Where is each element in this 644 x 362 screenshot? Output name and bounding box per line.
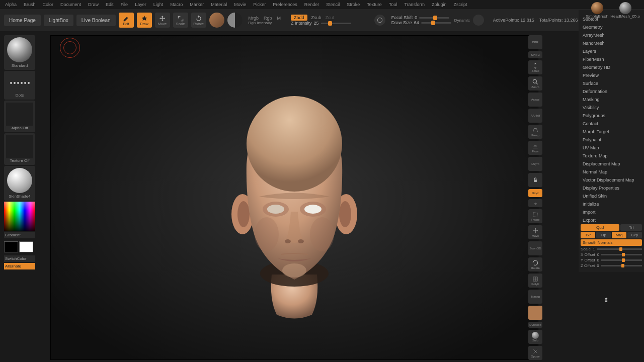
menu-item[interactable]: Render xyxy=(304,2,319,7)
polyf-button[interactable]: PolyF xyxy=(528,274,542,288)
focal-icon[interactable] xyxy=(374,15,385,26)
menu-item[interactable]: Macro xyxy=(170,2,183,7)
lock-button[interactable] xyxy=(528,173,542,187)
rotate-button[interactable]: Rotate xyxy=(528,257,542,272)
menu-item[interactable]: Brush xyxy=(24,2,36,7)
material-selector[interactable]: SkinShade4 xyxy=(4,166,35,201)
move-mode-button[interactable]: Move xyxy=(155,13,170,28)
acc-fibermesh[interactable]: FiberMesh xyxy=(581,55,642,63)
export-scale[interactable]: Scale 1 xyxy=(581,247,642,251)
export-mrg[interactable]: Mrg xyxy=(612,232,626,238)
acc-import[interactable]: Import xyxy=(581,208,642,216)
acc-displacementmap[interactable]: Displacement Map xyxy=(581,160,642,168)
home-button[interactable]: Home Page xyxy=(4,15,41,26)
menu-item[interactable]: Alpha xyxy=(5,2,17,7)
export-zoffset[interactable]: Z Offset 0 xyxy=(581,263,642,268)
menu-item[interactable]: Light xyxy=(153,2,164,7)
menu-item[interactable]: Marker xyxy=(190,2,204,7)
menu-item[interactable]: Picker xyxy=(253,2,266,7)
export-tri[interactable]: Tri xyxy=(620,224,642,231)
xpose-button[interactable]: Xpose xyxy=(528,346,542,360)
frame-button[interactable]: Frame xyxy=(528,209,542,223)
zcut-toggle[interactable]: Zcut xyxy=(326,15,335,20)
rotate-mode-button[interactable]: Rotate xyxy=(191,13,206,28)
zoom3d-button[interactable]: Zoom3D xyxy=(528,241,542,255)
aahalf-button[interactable]: AAHalf xyxy=(528,109,542,123)
lightbox-button[interactable]: LightBox xyxy=(44,15,73,26)
gradient-label[interactable]: Gradient xyxy=(4,232,35,238)
menu-item[interactable]: Stencil xyxy=(326,2,340,7)
acc-visibility[interactable]: Visibility xyxy=(581,104,642,112)
alternate-button[interactable]: Alternate xyxy=(4,263,35,269)
solo-button[interactable]: Solo xyxy=(528,330,542,344)
menu-item[interactable]: Preferences xyxy=(273,2,297,7)
zadd-toggle[interactable]: Zadd xyxy=(291,15,307,21)
focal-shift-slider[interactable]: Focal Shift 0 xyxy=(391,15,451,20)
menu-item[interactable]: Layer xyxy=(135,2,146,7)
acc-geometryhd[interactable]: Geometry HD xyxy=(581,63,642,71)
acc-polypaint[interactable]: Polypaint xyxy=(581,136,642,144)
dynamic-icon[interactable] xyxy=(473,15,484,26)
menu-item[interactable]: File xyxy=(121,2,128,7)
swatch-black[interactable] xyxy=(4,241,18,252)
acc-vdmap[interactable]: Vector Displacement Map xyxy=(581,176,642,184)
draw-mode-button[interactable]: Draw xyxy=(137,13,152,28)
acc-layers[interactable]: Layers xyxy=(581,47,642,55)
move-button[interactable]: Move xyxy=(528,225,542,239)
acc-polygroups[interactable]: Polygroups xyxy=(581,112,642,120)
texture-selector[interactable]: Texture Off xyxy=(4,133,35,165)
menu-item[interactable]: Material xyxy=(211,2,227,7)
bpr-button[interactable]: BPR xyxy=(528,35,542,49)
menu-item[interactable]: Stroke xyxy=(347,2,360,7)
lsym-button[interactable]: LSym xyxy=(528,157,542,171)
spix-button[interactable]: SPix 3 xyxy=(528,51,542,58)
menu-item[interactable]: Movie xyxy=(234,2,246,7)
acc-export[interactable]: Export xyxy=(581,216,642,224)
acc-arraymesh[interactable]: ArrayMesh xyxy=(581,31,642,39)
scale-mode-button[interactable]: Scale xyxy=(173,13,188,28)
acc-unifiedskin[interactable]: Unified Skin xyxy=(581,192,642,200)
menu-item[interactable]: Transform xyxy=(404,2,425,7)
actual-button[interactable]: Actual xyxy=(528,93,542,107)
menu-item[interactable]: Zscript xyxy=(454,2,467,7)
color-picker[interactable] xyxy=(4,202,35,231)
transp-button[interactable]: Transp xyxy=(528,290,542,304)
tool-headmesh[interactable]: HeadMesh_05.o xyxy=(610,2,640,19)
floor-button[interactable]: Floor xyxy=(528,141,542,155)
export-flp[interactable]: Flp xyxy=(596,232,611,238)
acc-nanomesh[interactable]: NanoMesh xyxy=(581,39,642,47)
persp-button[interactable]: Persp xyxy=(528,125,542,139)
export-grp[interactable]: Grp xyxy=(627,232,642,238)
acc-masking[interactable]: Masking xyxy=(581,96,642,104)
viewport[interactable] xyxy=(50,35,538,360)
menu-item[interactable]: Document xyxy=(60,2,81,7)
live-boolean-button[interactable]: Live Boolean xyxy=(76,15,116,26)
acc-displayprops[interactable]: Display Properties xyxy=(581,184,642,192)
zoom-button[interactable]: Zoom xyxy=(528,76,542,90)
zsub-toggle[interactable]: Zsub xyxy=(311,15,321,20)
tool-simplebrush[interactable]: SimpleBrush xyxy=(586,2,608,19)
switch-color-button[interactable]: SwitchColor xyxy=(4,255,35,262)
rgb-toggle[interactable]: Rgb xyxy=(264,16,272,21)
acc-morphtarget[interactable]: Morph Target xyxy=(581,128,642,136)
mrgb-toggle[interactable]: Mrgb xyxy=(249,16,259,21)
gradient-swatch[interactable] xyxy=(227,13,243,28)
export-xoffset[interactable]: X Offset 0 xyxy=(581,252,642,257)
stroke-selector[interactable]: Dots xyxy=(4,71,35,100)
material-swatch[interactable] xyxy=(209,13,224,28)
acc-initialize[interactable]: Initialize xyxy=(581,200,642,208)
menu-item[interactable]: Edit xyxy=(106,2,114,7)
draw-size-slider[interactable]: Draw Size 64 xyxy=(391,20,451,25)
menu-item[interactable]: Texture xyxy=(367,2,382,7)
export-qud[interactable]: Qud xyxy=(581,224,619,231)
material-preview-button[interactable] xyxy=(528,306,542,320)
acc-surface[interactable]: Surface xyxy=(581,79,642,87)
acc-preview[interactable]: Preview xyxy=(581,71,642,79)
acc-deformation[interactable]: Deformation xyxy=(581,87,642,96)
axis-button[interactable]: ⊕ xyxy=(528,199,542,207)
acc-geometry[interactable]: Geometry xyxy=(581,23,642,31)
export-txr[interactable]: Txr xyxy=(581,232,595,238)
swatch-white[interactable] xyxy=(19,241,33,252)
m-toggle[interactable]: M xyxy=(277,16,281,21)
acc-normalmap[interactable]: Normal Map xyxy=(581,168,642,176)
